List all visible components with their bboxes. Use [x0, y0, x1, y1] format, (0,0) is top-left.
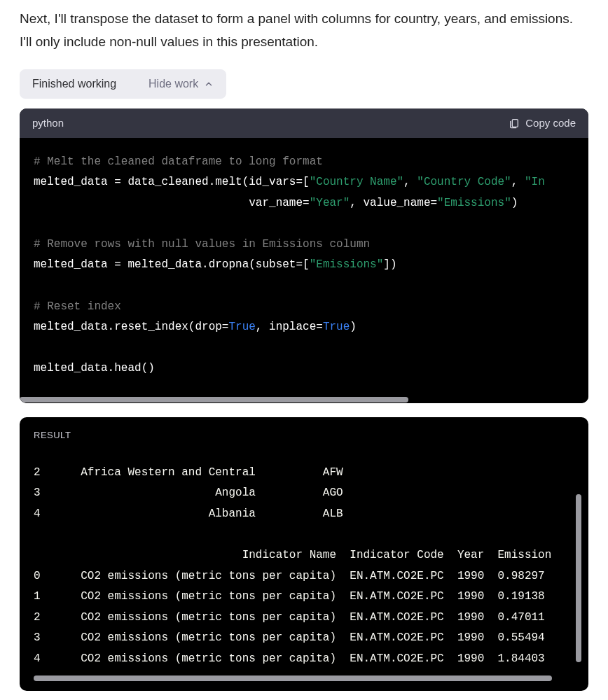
status-label: Finished working: [32, 78, 116, 90]
hide-work-toggle[interactable]: Hide work: [148, 78, 214, 90]
chevron-up-icon: [204, 79, 214, 89]
copy-code-button[interactable]: Copy code: [509, 117, 576, 130]
code-content[interactable]: # Melt the cleaned dataframe to long for…: [20, 138, 588, 397]
code-block: python Copy code # Melt the cleaned data…: [20, 108, 588, 404]
code-horizontal-scrollbar[interactable]: [20, 396, 588, 403]
status-chip: Finished working Hide work: [20, 69, 226, 99]
copy-code-label: Copy code: [525, 117, 576, 129]
svg-rect-0: [513, 119, 518, 127]
code-language: python: [32, 117, 64, 129]
result-content[interactable]: 2 Africa Western and Central AFW 3 Angol…: [34, 442, 574, 670]
scrollbar-thumb[interactable]: [20, 397, 408, 402]
hide-work-label: Hide work: [148, 78, 198, 90]
result-vertical-scrollbar[interactable]: [576, 494, 581, 662]
result-horizontal-scrollbar[interactable]: [34, 676, 552, 681]
clipboard-icon: [509, 117, 520, 130]
result-block: RESULT 2 Africa Western and Central AFW …: [20, 417, 588, 691]
intro-text: Next, I'll transpose the dataset to form…: [20, 7, 588, 54]
code-header: python Copy code: [20, 108, 588, 138]
result-label: RESULT: [34, 430, 574, 440]
